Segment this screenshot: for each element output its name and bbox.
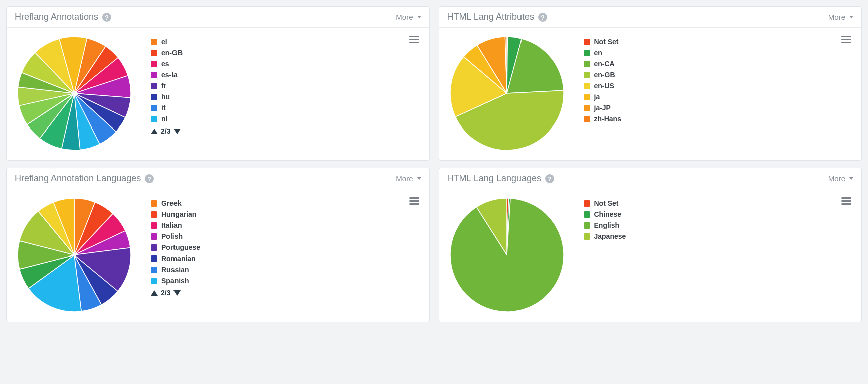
legend-item[interactable]: en-US (584, 82, 621, 90)
legend-item[interactable]: Greek (151, 199, 200, 207)
legend-swatch (151, 255, 157, 262)
legend-item[interactable]: Polish (151, 232, 200, 240)
legend-item[interactable]: Portuguese (151, 243, 200, 251)
legend-item[interactable]: Spanish (151, 277, 200, 285)
legend-item[interactable]: Chinese (584, 210, 626, 218)
help-icon[interactable]: ? (145, 174, 154, 183)
card-header: HTML Lang Languages ? More (439, 168, 862, 189)
legend-swatch (584, 50, 590, 56)
chart-menu-icon[interactable] (841, 36, 851, 43)
legend-swatch (584, 200, 590, 207)
help-icon[interactable]: ? (545, 174, 554, 183)
more-dropdown[interactable]: More (828, 13, 853, 21)
legend-label: Not Set (594, 199, 619, 207)
legend-label: en-US (594, 82, 614, 90)
legend-pager: 2/3 (151, 127, 183, 135)
legend-swatch (151, 116, 157, 122)
pager-text: 2/3 (161, 289, 170, 297)
legend-item[interactable]: zh-Hans (584, 115, 621, 123)
pager-text: 2/3 (161, 127, 170, 135)
caret-down-icon (417, 16, 421, 18)
chart-menu-icon[interactable] (841, 197, 851, 205)
legend-item[interactable]: Not Set (584, 199, 626, 207)
more-label: More (828, 174, 845, 183)
legend-label: en-CA (594, 60, 615, 68)
legend-swatch (584, 39, 590, 45)
more-dropdown[interactable]: More (828, 174, 853, 183)
legend-item[interactable]: Hungarian (151, 210, 200, 218)
legend-swatch (151, 39, 157, 45)
legend-item[interactable]: it (151, 104, 183, 112)
legend-swatch (584, 116, 590, 122)
legend-item[interactable]: English (584, 221, 626, 229)
legend-label: Japanese (594, 232, 626, 240)
legend: Not Setenen-CAen-GBen-USjaja-JPzh-Hans (584, 36, 621, 123)
more-label: More (828, 13, 845, 21)
legend-swatch (151, 222, 157, 229)
legend-swatch (584, 222, 590, 229)
legend-label: es-la (161, 71, 178, 79)
legend-item[interactable]: en-GB (151, 49, 183, 57)
pager-next-icon[interactable] (173, 129, 181, 134)
legend-label: el (161, 38, 167, 46)
svg-text:?: ? (541, 14, 545, 21)
help-icon[interactable]: ? (538, 13, 547, 22)
legend-swatch (151, 267, 157, 273)
svg-text:?: ? (147, 175, 151, 182)
caret-down-icon (849, 177, 853, 180)
legend-item[interactable]: Italian (151, 221, 200, 229)
chart-menu-icon[interactable] (409, 197, 419, 205)
legend-label: hu (161, 93, 170, 101)
pager-prev-icon[interactable] (151, 290, 158, 296)
legend-item[interactable]: Not Set (584, 38, 621, 46)
pager-prev-icon[interactable] (151, 129, 158, 134)
legend-swatch (584, 211, 590, 218)
legend-label: en-GB (161, 49, 183, 57)
legend-item[interactable]: ja-JP (584, 104, 621, 112)
legend-item[interactable]: nl (151, 115, 183, 123)
legend-swatch (584, 105, 590, 111)
legend-label: es (161, 60, 169, 68)
svg-text:?: ? (548, 175, 552, 182)
legend-item[interactable]: en (584, 49, 621, 57)
legend-swatch (584, 72, 590, 78)
card-body: GreekHungarianItalianPolishPortugueseRom… (7, 189, 429, 322)
more-dropdown[interactable]: More (396, 174, 421, 183)
help-icon[interactable]: ? (102, 13, 111, 22)
legend-label: Italian (161, 221, 182, 229)
card-body: Not Setenen-CAen-GBen-USjaja-JPzh-Hans (439, 28, 862, 160)
legend-swatch (151, 244, 157, 251)
legend-item[interactable]: Romanian (151, 254, 200, 263)
card-title: HTML Lang Attributes (447, 12, 534, 22)
card-hreflang-annotation-languages: Hreflang Annotation Languages ? More Gre… (6, 168, 430, 322)
legend-label: Chinese (594, 210, 621, 218)
legend-swatch (584, 94, 590, 100)
legend-item[interactable]: en-CA (584, 60, 621, 68)
chart-menu-icon[interactable] (409, 36, 419, 43)
legend-swatch (151, 211, 157, 218)
legend-swatch (151, 105, 157, 111)
legend: elen-GBeses-lafrhuitnl2/3 (151, 36, 183, 135)
legend-item[interactable]: Russian (151, 266, 200, 274)
legend-swatch (151, 233, 157, 240)
legend-label: Polish (161, 232, 183, 240)
card-header: Hreflang Annotation Languages ? More (7, 168, 429, 189)
legend-item[interactable]: el (151, 38, 183, 46)
legend-swatch (151, 83, 157, 89)
legend-swatch (151, 200, 157, 207)
legend-item[interactable]: Japanese (584, 232, 626, 240)
legend-label: it (161, 104, 166, 112)
dashboard-grid: Hreflang Annotations ? More elen-GBeses-… (6, 6, 862, 322)
legend-item[interactable]: hu (151, 93, 183, 101)
legend-item[interactable]: ja (584, 93, 621, 101)
pager-next-icon[interactable] (173, 290, 181, 296)
more-dropdown[interactable]: More (396, 13, 421, 21)
legend-item[interactable]: es-la (151, 71, 183, 79)
legend-label: Russian (161, 266, 189, 274)
legend-item[interactable]: en-GB (584, 71, 621, 79)
legend-label: Spanish (161, 277, 189, 285)
legend-item[interactable]: es (151, 60, 183, 68)
legend-swatch (151, 72, 157, 78)
card-header: HTML Lang Attributes ? More (439, 7, 862, 28)
legend-item[interactable]: fr (151, 82, 183, 90)
